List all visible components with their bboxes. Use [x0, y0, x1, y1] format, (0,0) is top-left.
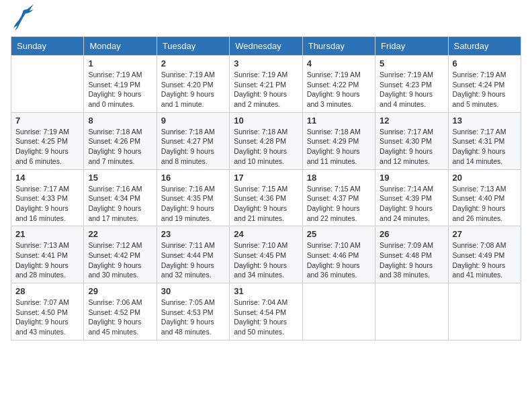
calendar-cell: 20Sunrise: 7:13 AMSunset: 4:40 PMDayligh… — [448, 169, 521, 226]
calendar-body: 1Sunrise: 7:19 AMSunset: 4:19 PMDaylight… — [11, 56, 521, 340]
day-info: Sunrise: 7:19 AMSunset: 4:22 PMDaylight:… — [307, 70, 371, 109]
day-info: Sunrise: 7:19 AMSunset: 4:19 PMDaylight:… — [88, 70, 152, 109]
day-number: 14 — [15, 173, 79, 183]
calendar-cell: 24Sunrise: 7:10 AMSunset: 4:45 PMDayligh… — [230, 226, 302, 283]
calendar-cell: 7Sunrise: 7:19 AMSunset: 4:25 PMDaylight… — [11, 112, 84, 169]
calendar-cell: 23Sunrise: 7:11 AMSunset: 4:44 PMDayligh… — [157, 226, 229, 283]
day-info: Sunrise: 7:19 AMSunset: 4:20 PMDaylight:… — [161, 70, 225, 109]
calendar-cell: 18Sunrise: 7:15 AMSunset: 4:37 PMDayligh… — [302, 169, 375, 226]
day-info: Sunrise: 7:16 AMSunset: 4:35 PMDaylight:… — [161, 184, 225, 224]
day-header-thursday: Thursday — [302, 37, 375, 56]
day-number: 29 — [88, 286, 152, 296]
day-number: 23 — [161, 229, 225, 239]
day-info: Sunrise: 7:09 AMSunset: 4:48 PMDaylight:… — [380, 240, 443, 280]
day-info: Sunrise: 7:07 AMSunset: 4:50 PMDaylight:… — [15, 298, 79, 337]
calendar-cell: 5Sunrise: 7:19 AMSunset: 4:23 PMDaylight… — [375, 56, 448, 113]
calendar-cell: 31Sunrise: 7:04 AMSunset: 4:54 PMDayligh… — [230, 283, 302, 340]
calendar-cell: 15Sunrise: 7:16 AMSunset: 4:34 PMDayligh… — [84, 169, 157, 226]
week-row-1: 1Sunrise: 7:19 AMSunset: 4:19 PMDaylight… — [11, 56, 521, 113]
day-info: Sunrise: 7:19 AMSunset: 4:23 PMDaylight:… — [380, 70, 443, 109]
calendar-cell: 21Sunrise: 7:13 AMSunset: 4:41 PMDayligh… — [11, 226, 84, 283]
day-info: Sunrise: 7:18 AMSunset: 4:27 PMDaylight:… — [161, 127, 225, 167]
day-info: Sunrise: 7:15 AMSunset: 4:37 PMDaylight:… — [307, 184, 371, 224]
day-number: 17 — [234, 173, 298, 183]
day-number: 26 — [380, 229, 443, 239]
day-number: 10 — [234, 116, 298, 126]
week-row-3: 14Sunrise: 7:17 AMSunset: 4:33 PMDayligh… — [11, 169, 521, 226]
day-info: Sunrise: 7:11 AMSunset: 4:44 PMDaylight:… — [161, 240, 225, 280]
calendar-cell: 28Sunrise: 7:07 AMSunset: 4:50 PMDayligh… — [11, 283, 84, 340]
calendar-cell — [448, 283, 521, 340]
day-info: Sunrise: 7:17 AMSunset: 4:33 PMDaylight:… — [15, 184, 79, 224]
calendar-cell: 9Sunrise: 7:18 AMSunset: 4:27 PMDaylight… — [157, 112, 229, 169]
day-number: 3 — [234, 58, 298, 68]
day-info: Sunrise: 7:08 AMSunset: 4:49 PMDaylight:… — [453, 240, 517, 280]
day-info: Sunrise: 7:05 AMSunset: 4:53 PMDaylight:… — [161, 298, 225, 337]
calendar-cell: 13Sunrise: 7:17 AMSunset: 4:31 PMDayligh… — [448, 112, 521, 169]
day-info: Sunrise: 7:14 AMSunset: 4:39 PMDaylight:… — [380, 184, 443, 224]
calendar-cell: 16Sunrise: 7:16 AMSunset: 4:35 PMDayligh… — [157, 169, 229, 226]
logo — [11, 11, 34, 31]
calendar-cell: 26Sunrise: 7:09 AMSunset: 4:48 PMDayligh… — [375, 226, 448, 283]
day-number: 12 — [380, 116, 443, 126]
day-info: Sunrise: 7:15 AMSunset: 4:36 PMDaylight:… — [234, 184, 298, 224]
calendar-cell: 11Sunrise: 7:18 AMSunset: 4:29 PMDayligh… — [302, 112, 375, 169]
day-number: 21 — [15, 229, 79, 239]
calendar-cell: 6Sunrise: 7:19 AMSunset: 4:24 PMDaylight… — [448, 56, 521, 113]
day-number: 28 — [15, 286, 79, 296]
calendar-cell: 4Sunrise: 7:19 AMSunset: 4:22 PMDaylight… — [302, 56, 375, 113]
day-number: 5 — [380, 58, 443, 68]
week-row-4: 21Sunrise: 7:13 AMSunset: 4:41 PMDayligh… — [11, 226, 521, 283]
calendar-cell: 30Sunrise: 7:05 AMSunset: 4:53 PMDayligh… — [157, 283, 229, 340]
calendar-cell: 14Sunrise: 7:17 AMSunset: 4:33 PMDayligh… — [11, 169, 84, 226]
day-number: 13 — [453, 116, 517, 126]
day-number: 19 — [380, 173, 443, 183]
day-number: 8 — [88, 116, 152, 126]
day-info: Sunrise: 7:12 AMSunset: 4:42 PMDaylight:… — [88, 240, 152, 280]
day-number: 24 — [234, 229, 298, 239]
week-row-2: 7Sunrise: 7:19 AMSunset: 4:25 PMDaylight… — [11, 112, 521, 169]
day-info: Sunrise: 7:10 AMSunset: 4:46 PMDaylight:… — [307, 240, 371, 280]
day-header-saturday: Saturday — [448, 37, 521, 56]
day-info: Sunrise: 7:18 AMSunset: 4:29 PMDaylight:… — [307, 127, 371, 167]
day-number: 27 — [453, 229, 517, 239]
day-info: Sunrise: 7:18 AMSunset: 4:26 PMDaylight:… — [88, 127, 152, 167]
day-number: 7 — [15, 116, 79, 126]
day-header-tuesday: Tuesday — [157, 37, 229, 56]
calendar-cell: 17Sunrise: 7:15 AMSunset: 4:36 PMDayligh… — [230, 169, 302, 226]
day-header-wednesday: Wednesday — [230, 37, 302, 56]
day-info: Sunrise: 7:19 AMSunset: 4:24 PMDaylight:… — [453, 70, 517, 109]
calendar-header: SundayMondayTuesdayWednesdayThursdayFrid… — [11, 37, 521, 56]
calendar-cell: 22Sunrise: 7:12 AMSunset: 4:42 PMDayligh… — [84, 226, 157, 283]
day-number: 30 — [161, 286, 225, 296]
day-number: 16 — [161, 173, 225, 183]
calendar-cell: 12Sunrise: 7:17 AMSunset: 4:30 PMDayligh… — [375, 112, 448, 169]
logo-bird-icon — [13, 4, 34, 31]
calendar-cell: 10Sunrise: 7:18 AMSunset: 4:28 PMDayligh… — [230, 112, 302, 169]
day-info: Sunrise: 7:16 AMSunset: 4:34 PMDaylight:… — [88, 184, 152, 224]
day-number: 11 — [307, 116, 371, 126]
day-number: 1 — [88, 58, 152, 68]
day-number: 22 — [88, 229, 152, 239]
day-number: 4 — [307, 58, 371, 68]
day-info: Sunrise: 7:17 AMSunset: 4:31 PMDaylight:… — [453, 127, 517, 167]
calendar-cell: 19Sunrise: 7:14 AMSunset: 4:39 PMDayligh… — [375, 169, 448, 226]
day-info: Sunrise: 7:13 AMSunset: 4:40 PMDaylight:… — [453, 184, 517, 224]
day-number: 25 — [307, 229, 371, 239]
day-info: Sunrise: 7:17 AMSunset: 4:30 PMDaylight:… — [380, 127, 443, 167]
day-number: 18 — [307, 173, 371, 183]
day-number: 9 — [161, 116, 225, 126]
header — [11, 11, 521, 31]
day-header-friday: Friday — [375, 37, 448, 56]
week-row-5: 28Sunrise: 7:07 AMSunset: 4:50 PMDayligh… — [11, 283, 521, 340]
days-of-week-row: SundayMondayTuesdayWednesdayThursdayFrid… — [11, 37, 521, 56]
calendar-cell: 27Sunrise: 7:08 AMSunset: 4:49 PMDayligh… — [448, 226, 521, 283]
day-number: 6 — [453, 58, 517, 68]
day-number: 15 — [88, 173, 152, 183]
day-header-monday: Monday — [84, 37, 157, 56]
calendar-cell — [375, 283, 448, 340]
day-header-sunday: Sunday — [11, 37, 84, 56]
calendar-cell: 1Sunrise: 7:19 AMSunset: 4:19 PMDaylight… — [84, 56, 157, 113]
calendar-cell: 8Sunrise: 7:18 AMSunset: 4:26 PMDaylight… — [84, 112, 157, 169]
calendar-cell: 3Sunrise: 7:19 AMSunset: 4:21 PMDaylight… — [230, 56, 302, 113]
